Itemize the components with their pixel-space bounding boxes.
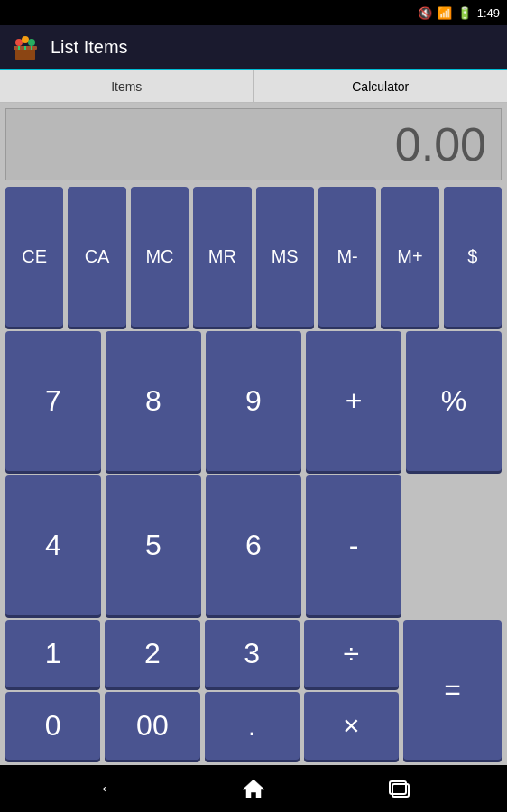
app-icon [9, 31, 41, 63]
title-bar: List Items [0, 25, 507, 70]
time-display: 1:49 [477, 6, 500, 20]
svg-marker-8 [243, 780, 264, 798]
row-3-4-combined: 1 2 3 ÷ 0 00 . × = [5, 620, 502, 760]
button-2[interactable]: 2 [105, 620, 199, 687]
calculator: 0.00 CE CA MC MR MS M- M+ $ 7 8 9 + % 4 … [0, 103, 507, 765]
memory-row: CE CA MC MR MS M- M+ $ [5, 187, 502, 327]
mc-button[interactable]: MC [131, 187, 189, 327]
home-button[interactable] [234, 769, 273, 808]
ms-button[interactable]: MS [256, 187, 314, 327]
button-minus[interactable]: - [306, 475, 401, 615]
tab-calculator[interactable]: Calculator [254, 70, 508, 102]
row-4: 0 00 . × [5, 692, 399, 760]
button-7[interactable]: 7 [5, 331, 101, 471]
volume-icon: 🔇 [418, 6, 432, 20]
button-plus[interactable]: + [306, 331, 401, 471]
mr-button[interactable]: MR [193, 187, 251, 327]
dollar-button[interactable]: $ [444, 187, 502, 327]
row-3: 1 2 3 ÷ [5, 620, 399, 687]
tab-items[interactable]: Items [0, 70, 254, 102]
button-6[interactable]: 6 [206, 475, 301, 615]
button-percent[interactable]: % [406, 331, 502, 471]
calculator-display: 0.00 [5, 108, 502, 180]
button-divide[interactable]: ÷ [304, 620, 399, 687]
button-4[interactable]: 4 [5, 475, 101, 615]
battery-icon: 🔋 [457, 6, 472, 20]
button-8[interactable]: 8 [106, 331, 201, 471]
svg-rect-0 [15, 48, 35, 60]
button-3[interactable]: 3 [205, 620, 300, 687]
empty-slot-1 [406, 475, 502, 615]
tab-bar: Items Calculator [0, 70, 507, 103]
status-bar: 🔇 📶 🔋 1:49 [0, 0, 507, 25]
recents-button[interactable] [379, 769, 419, 808]
back-button[interactable]: ← [88, 769, 128, 808]
wifi-icon: 📶 [438, 6, 452, 20]
button-dot[interactable]: . [205, 692, 300, 760]
button-equals[interactable]: = [403, 620, 502, 760]
button-9[interactable]: 9 [206, 331, 301, 471]
button-0[interactable]: 0 [5, 692, 100, 760]
mplus-button[interactable]: M+ [381, 187, 438, 327]
svg-point-2 [15, 39, 23, 46]
display-value: 0.00 [395, 117, 486, 171]
ce-button[interactable]: CE [5, 187, 63, 327]
svg-point-4 [28, 39, 35, 46]
svg-point-3 [22, 36, 29, 43]
row-2: 4 5 6 - [5, 475, 502, 615]
nav-bar: ← [0, 765, 507, 812]
app-title: List Items [51, 37, 128, 58]
button-00[interactable]: 00 [105, 692, 199, 760]
button-multiply[interactable]: × [304, 692, 399, 760]
button-5[interactable]: 5 [106, 475, 201, 615]
button-1[interactable]: 1 [5, 620, 100, 687]
ca-button[interactable]: CA [68, 187, 125, 327]
mminus-button[interactable]: M- [318, 187, 376, 327]
row-1: 7 8 9 + % [5, 331, 502, 471]
